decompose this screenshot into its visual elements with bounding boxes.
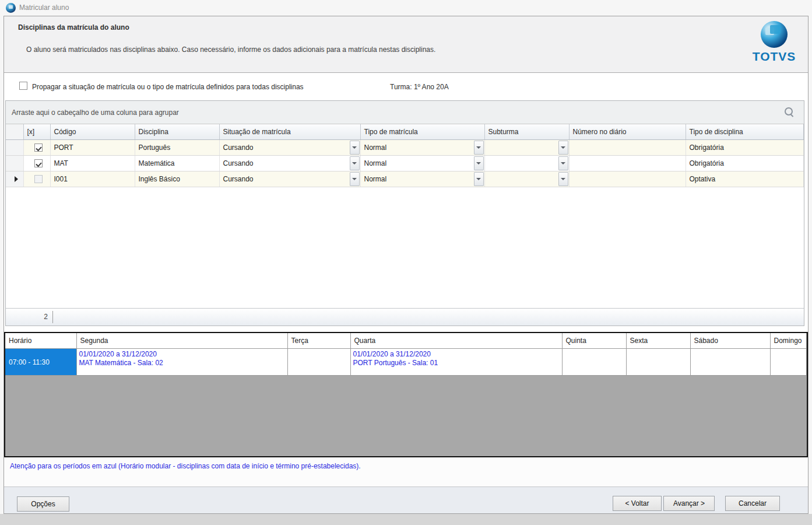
- row-indicator-cell: [6, 171, 23, 187]
- table-row[interactable]: PORT Português Cursando Normal Obrigatór…: [6, 139, 804, 155]
- tipo-matricula-cell[interactable]: Normal: [360, 155, 484, 171]
- sched-col-segunda: Segunda: [76, 333, 287, 348]
- page-description: O aluno será matriculados nas disciplina…: [26, 46, 435, 54]
- tipo-disciplina-cell[interactable]: Obrigatória: [686, 139, 804, 155]
- schedule-header-row: Horário Segunda Terça Quarta Quinta Sext…: [5, 333, 807, 348]
- situacao-value: Cursando: [223, 144, 254, 152]
- codigo-cell[interactable]: I001: [50, 171, 135, 187]
- chevron-down-icon[interactable]: [558, 172, 568, 186]
- group-by-hint: Arraste aqui o cabeçalho de uma coluna p…: [12, 108, 179, 117]
- sabado-cell: [690, 348, 770, 375]
- propagate-checkbox[interactable]: [19, 82, 27, 90]
- chevron-down-icon[interactable]: [350, 141, 360, 155]
- subturma-cell[interactable]: [484, 171, 569, 187]
- select-cell[interactable]: [23, 139, 50, 155]
- chevron-down-icon[interactable]: [558, 141, 568, 155]
- title-bar: Matricular aluno: [0, 0, 812, 16]
- col-header-tipo-matricula[interactable]: Tipo de matrícula: [360, 124, 484, 139]
- tipo-matricula-cell[interactable]: Normal: [360, 139, 484, 155]
- notice-text: Atenção para os períodos em azul (Horári…: [10, 462, 361, 470]
- time-slot-cell: 07:00 - 11:30: [5, 348, 76, 375]
- table-row[interactable]: I001 Inglês Básico Cursando Normal Optat…: [6, 171, 804, 187]
- totvs-logo-icon: [761, 21, 788, 48]
- schedule-row: 07:00 - 11:30 01/01/2020 a 31/12/2020 MA…: [5, 348, 807, 375]
- disciplines-grid: Arraste aqui o cabeçalho de uma coluna p…: [5, 100, 804, 326]
- schedule-table: Horário Segunda Terça Quarta Quinta Sext…: [5, 333, 807, 376]
- col-header-disciplina[interactable]: Disciplina: [135, 124, 219, 139]
- page-title: Disciplinas da matrícula do aluno: [18, 23, 129, 32]
- window-title: Matricular aluno: [19, 4, 69, 12]
- row-checkbox[interactable]: [34, 159, 43, 167]
- window: Matricular aluno Disciplinas da matrícul…: [0, 0, 812, 525]
- tipo-disciplina-cell[interactable]: Optativa: [686, 171, 804, 187]
- table-row[interactable]: MAT Matemática Cursando Normal Obrigatór…: [6, 155, 804, 171]
- avancar-button[interactable]: Avançar >: [663, 496, 715, 511]
- subturma-cell[interactable]: [484, 139, 569, 155]
- col-header-numero-diario[interactable]: Número no diário: [569, 124, 686, 139]
- tipo-matricula-value: Normal: [364, 159, 387, 167]
- cancelar-button[interactable]: Cancelar: [725, 496, 780, 511]
- opcoes-button[interactable]: Opções: [17, 496, 69, 512]
- terca-cell: [287, 348, 350, 375]
- notice-panel: Atenção para os períodos em azul (Horári…: [4, 457, 808, 487]
- col-header-subturma[interactable]: Subturma: [484, 124, 569, 139]
- tipo-matricula-value: Normal: [364, 144, 387, 152]
- select-cell[interactable]: [23, 171, 50, 187]
- situacao-value: Cursando: [223, 175, 254, 183]
- chevron-down-icon[interactable]: [558, 156, 568, 170]
- tipo-matricula-cell[interactable]: Normal: [360, 171, 484, 187]
- sched-col-quarta: Quarta: [350, 333, 562, 348]
- codigo-cell[interactable]: PORT: [50, 139, 135, 155]
- row-indicator-cell: [6, 155, 23, 171]
- quarta-cell: 01/01/2020 a 31/12/2020 PORT Português -…: [350, 348, 562, 375]
- selected-count: 2: [35, 313, 48, 321]
- window-bottom-edge: [0, 514, 812, 525]
- main-panel: Disciplinas da matrícula do aluno O alun…: [3, 16, 809, 514]
- subturma-cell[interactable]: [484, 155, 569, 171]
- numero-diario-cell[interactable]: [569, 155, 686, 171]
- select-cell[interactable]: [23, 155, 50, 171]
- tipo-matricula-value: Normal: [364, 175, 387, 183]
- chevron-down-icon[interactable]: [474, 172, 484, 186]
- domingo-cell: [770, 348, 807, 375]
- caret-right-icon: [15, 176, 18, 182]
- row-checkbox[interactable]: [34, 175, 43, 183]
- tipo-disciplina-cell[interactable]: Obrigatória: [686, 155, 804, 171]
- situacao-cell[interactable]: Cursando: [219, 139, 360, 155]
- class-line: PORT Português - Sala: 01: [353, 359, 562, 368]
- row-indicator-cell: [6, 139, 23, 155]
- footer-divider: [52, 311, 53, 323]
- totvs-sphere-icon: [6, 3, 16, 13]
- col-header-codigo[interactable]: Código: [50, 124, 135, 139]
- codigo-cell[interactable]: MAT: [50, 155, 135, 171]
- search-icon[interactable]: [784, 107, 795, 117]
- voltar-button[interactable]: < Voltar: [613, 496, 662, 511]
- schedule-panel: Horário Segunda Terça Quarta Quinta Sext…: [4, 332, 808, 457]
- row-indicator-header: [6, 124, 23, 139]
- chevron-down-icon[interactable]: [350, 172, 360, 186]
- period-line: 01/01/2020 a 31/12/2020: [353, 350, 562, 359]
- row-checkbox[interactable]: [34, 144, 43, 152]
- chevron-down-icon[interactable]: [474, 141, 484, 155]
- period-line: 01/01/2020 a 31/12/2020: [79, 350, 287, 359]
- numero-diario-cell[interactable]: [569, 139, 686, 155]
- chevron-down-icon[interactable]: [474, 156, 484, 170]
- sched-col-sabado: Sábado: [690, 333, 770, 348]
- sched-col-quinta: Quinta: [562, 333, 626, 348]
- situacao-cell[interactable]: Cursando: [219, 171, 360, 187]
- sexta-cell: [626, 348, 690, 375]
- group-by-bar[interactable]: Arraste aqui o cabeçalho de uma coluna p…: [6, 101, 804, 124]
- col-header-tipo-disciplina[interactable]: Tipo de disciplina: [686, 124, 804, 139]
- disciplina-cell[interactable]: Português: [135, 139, 219, 155]
- sched-col-horario: Horário: [5, 333, 76, 348]
- grid-footer: 2: [6, 308, 804, 326]
- situacao-cell[interactable]: Cursando: [219, 155, 360, 171]
- disciplina-cell[interactable]: Inglês Básico: [135, 171, 219, 187]
- chevron-down-icon[interactable]: [350, 156, 360, 170]
- numero-diario-cell[interactable]: [569, 171, 686, 187]
- sched-col-terca: Terça: [287, 333, 350, 348]
- disciplina-cell[interactable]: Matemática: [135, 155, 219, 171]
- col-header-select[interactable]: [x]: [23, 124, 50, 139]
- col-header-situacao[interactable]: Situação de matrícula: [219, 124, 360, 139]
- totvs-logo-text: TOTVS: [746, 50, 802, 64]
